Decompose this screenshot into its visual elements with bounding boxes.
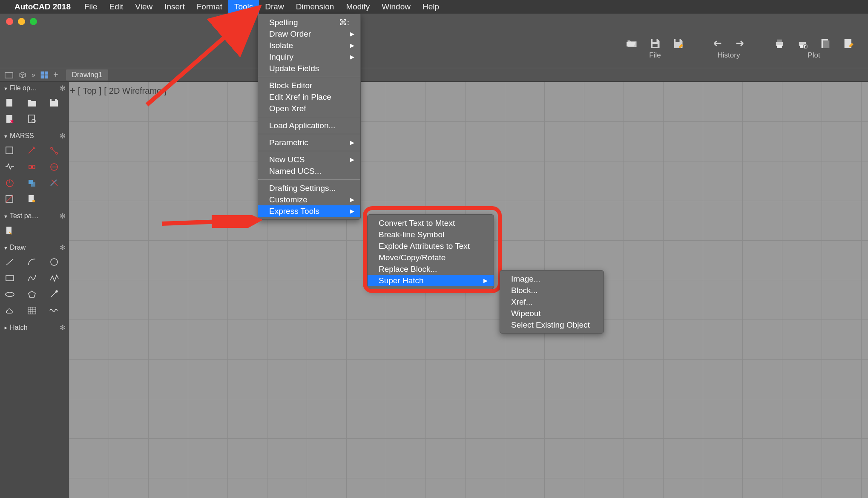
menu-insert[interactable]: Insert: [158, 0, 191, 14]
model-space-icon[interactable]: [4, 71, 14, 79]
gear-icon[interactable]: ✻: [60, 323, 66, 332]
marss-tool-10-icon[interactable]: [3, 193, 16, 204]
panel-test[interactable]: ▼Test pa… ✻: [0, 210, 69, 222]
page-setup-icon[interactable]: [819, 37, 832, 49]
panel-hatch[interactable]: ▼Hatch ✻: [0, 321, 69, 334]
express-menu-item[interactable]: Convert Text to Mtext: [368, 217, 494, 229]
tools-menu-item[interactable]: Open Xref: [258, 103, 360, 114]
new-tab-icon[interactable]: +: [53, 70, 58, 80]
express-menu-item[interactable]: Move/Copy/Rotate: [368, 252, 494, 263]
zoom-window-button[interactable]: [30, 18, 37, 25]
superhatch-menu-item[interactable]: Wipeout: [500, 308, 604, 319]
tools-menu-item[interactable]: New UCS▶: [258, 154, 360, 165]
marss-tool-7-icon[interactable]: [3, 177, 16, 188]
gear-icon[interactable]: ✻: [60, 84, 66, 93]
gear-icon[interactable]: ✻: [60, 132, 66, 141]
rectangle-icon[interactable]: [3, 273, 16, 284]
gear-icon[interactable]: ✻: [60, 243, 66, 252]
marss-tool-11-icon[interactable]: [26, 193, 38, 204]
page-preview-icon[interactable]: [26, 113, 38, 124]
open-folder-icon[interactable]: [625, 37, 639, 49]
superhatch-menu-item[interactable]: Block...: [500, 285, 604, 296]
tools-menu-item[interactable]: Update Fields: [258, 63, 360, 74]
drawing-tab[interactable]: Drawing1: [66, 69, 109, 81]
viewport-view[interactable]: Top: [83, 86, 96, 96]
panel-draw[interactable]: ▼Draw ✻: [0, 241, 69, 254]
tools-menu-item[interactable]: Parametric▶: [258, 137, 360, 148]
new-file-icon[interactable]: [3, 97, 16, 108]
save-icon[interactable]: [648, 37, 662, 49]
panel-file-op[interactable]: ▼File op… ✻: [0, 82, 69, 95]
tools-menu-item[interactable]: Draw Order▶: [258, 28, 360, 40]
arc-icon[interactable]: [26, 256, 38, 268]
wave-icon[interactable]: [48, 305, 60, 316]
revcloud-icon[interactable]: [3, 305, 16, 316]
spline-icon[interactable]: [26, 273, 38, 284]
overflow-icon[interactable]: »: [32, 71, 35, 79]
superhatch-menu-item[interactable]: Select Existing Object: [500, 319, 604, 331]
superhatch-menu-item[interactable]: Image...: [500, 273, 604, 285]
express-menu-item[interactable]: Replace Block...: [368, 263, 494, 275]
print-preview-icon[interactable]: [796, 37, 809, 49]
tools-menu-item[interactable]: Customize▶: [258, 194, 360, 205]
menu-view[interactable]: View: [129, 0, 158, 14]
open-file-icon[interactable]: [26, 97, 38, 108]
menu-edit[interactable]: Edit: [103, 0, 129, 14]
menu-format[interactable]: Format: [191, 0, 228, 14]
save-as-icon[interactable]: [671, 37, 685, 49]
print-icon[interactable]: [773, 37, 786, 49]
redo-icon[interactable]: [733, 37, 747, 49]
undo-icon[interactable]: [710, 37, 724, 49]
cube-view-icon[interactable]: [18, 71, 27, 79]
marss-tool-6-icon[interactable]: [48, 161, 60, 172]
marss-tool-5-icon[interactable]: [26, 161, 38, 172]
circle-icon[interactable]: [48, 256, 60, 268]
marss-tool-3-icon[interactable]: [48, 145, 60, 156]
panel-marss[interactable]: ▼MARSS ✻: [0, 130, 69, 142]
save-file-icon[interactable]: [48, 97, 60, 108]
tools-menu-item[interactable]: Express Tools▶: [258, 205, 360, 217]
hatch-tool-icon[interactable]: [26, 305, 38, 316]
menu-help[interactable]: Help: [417, 0, 445, 14]
polyline-icon[interactable]: [48, 273, 60, 284]
close-file-icon[interactable]: [3, 113, 16, 124]
menu-dimension[interactable]: Dimension: [290, 0, 340, 14]
tools-menu-item[interactable]: Spelling⌘:: [258, 17, 360, 28]
point-icon[interactable]: [48, 289, 60, 300]
minimize-window-button[interactable]: [18, 18, 25, 25]
tools-menu-item[interactable]: Edit Xref in Place: [258, 91, 360, 103]
tools-menu-item[interactable]: Drafting Settings...: [258, 182, 360, 194]
marss-tool-1-icon[interactable]: [3, 145, 16, 156]
history-group-label: History: [718, 51, 740, 60]
express-menu-item[interactable]: Break-line Symbol: [368, 229, 494, 240]
viewport-plus-icon[interactable]: +: [70, 85, 75, 96]
menu-window[interactable]: Window: [376, 0, 417, 14]
express-menu-item[interactable]: Super Hatch▶: [368, 275, 494, 286]
line-icon[interactable]: [3, 256, 16, 268]
express-menu-item[interactable]: Explode Attributes to Text: [368, 240, 494, 252]
viewport-controls[interactable]: + [ Top ] [ 2D Wireframe ]: [70, 85, 167, 96]
marss-tool-4-icon[interactable]: [3, 161, 16, 172]
ellipse-icon[interactable]: [3, 289, 16, 300]
tools-menu-item[interactable]: Isolate▶: [258, 40, 360, 51]
marss-tool-8-icon[interactable]: [26, 177, 38, 188]
menu-modify[interactable]: Modify: [340, 0, 376, 14]
menu-file[interactable]: File: [78, 0, 103, 14]
tools-menu-item[interactable]: Named UCS...: [258, 165, 360, 177]
tools-menu-item[interactable]: Load Application...: [258, 120, 360, 131]
tools-menu-item[interactable]: Block Editor: [258, 80, 360, 91]
gear-icon[interactable]: ✻: [60, 212, 66, 221]
marss-tool-2-icon[interactable]: [26, 145, 38, 156]
menu-tools[interactable]: Tools: [228, 0, 259, 14]
marss-tool-9-icon[interactable]: [48, 177, 60, 188]
layout-grid-icon[interactable]: [40, 71, 49, 79]
drawing-canvas[interactable]: + [ Top ] [ 2D Wireframe ]: [69, 82, 868, 498]
menu-draw[interactable]: Draw: [259, 0, 290, 14]
plot-edit-icon[interactable]: [842, 37, 855, 49]
viewport-style[interactable]: 2D Wireframe: [109, 86, 161, 96]
polygon-icon[interactable]: [26, 289, 38, 300]
superhatch-menu-item[interactable]: Xref...: [500, 296, 604, 308]
tools-menu-item[interactable]: Inquiry▶: [258, 51, 360, 63]
close-window-button[interactable]: [6, 18, 13, 25]
test-tool-1-icon[interactable]: [3, 225, 16, 236]
